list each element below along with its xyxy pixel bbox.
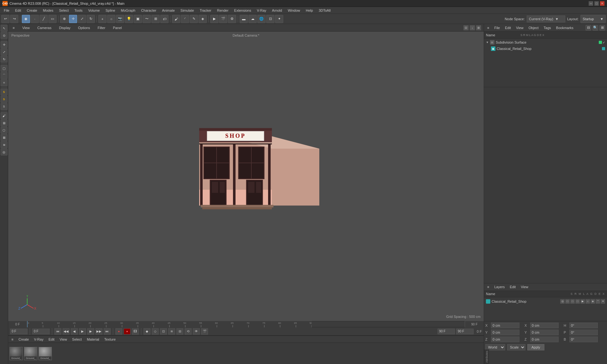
coord-x-pos[interactable] (491, 323, 519, 328)
current-frame-input[interactable] (10, 329, 28, 334)
prev-frame-btn[interactable]: ◀ (71, 328, 78, 335)
om-row-subdiv-arrow[interactable]: ▼ (486, 41, 489, 44)
sidebar-polygon-tool[interactable]: ▢ (1, 65, 8, 72)
sidebar-s1-tool[interactable]: S (1, 88, 8, 95)
vp-menu-view[interactable]: View (20, 25, 32, 30)
layer-icon-gen[interactable]: ◈ (591, 299, 595, 304)
layer-row-shop[interactable]: Classical_Retail_Shop ◎ □ □ □ ▶ ○ ◈ ⌃ ✦ (485, 298, 606, 305)
bp-btn[interactable]: ✎ (190, 15, 198, 23)
tag-btn[interactable]: 🏷 (160, 15, 169, 23)
sidebar-hex-tool[interactable]: ⬡ (1, 127, 8, 134)
layer-icon-deform[interactable]: ⌃ (596, 299, 600, 304)
vp-layout-btn[interactable]: ⊞ (476, 25, 481, 30)
menu-window[interactable]: Window (285, 8, 303, 13)
undo-btn[interactable]: ↩ (1, 15, 9, 23)
menu-modes[interactable]: Modes (40, 8, 56, 13)
layer-icon-play[interactable]: ▶ (580, 299, 585, 304)
effector-btn[interactable]: ⊞ (151, 15, 160, 23)
menu-arnold[interactable]: Arnold (269, 8, 285, 13)
vp-menu-options[interactable]: Options (76, 25, 92, 30)
timeline-sel-btn[interactable]: ⊡ (160, 328, 167, 335)
mode-edge-btn[interactable]: ╱ (40, 15, 48, 23)
vp-menu-icon[interactable]: ≡ (11, 25, 16, 30)
sculpt-btn[interactable]: ◜ (181, 15, 189, 23)
coord-z-pos[interactable] (491, 337, 519, 342)
menu-edit[interactable]: Edit (13, 8, 24, 13)
end-frame2-input[interactable] (456, 329, 474, 334)
menu-character[interactable]: Character (138, 8, 159, 13)
layers-content[interactable]: Classical_Retail_Shop ◎ □ □ □ ▶ ○ ◈ ⌃ ✦ (484, 297, 607, 321)
maximize-btn[interactable]: □ (594, 1, 599, 6)
coord-hpb-p[interactable] (530, 330, 559, 335)
mode-pts-btn[interactable]: · (31, 15, 39, 23)
mat-menu-view[interactable]: View (58, 337, 68, 342)
menu-spline[interactable]: Spline (103, 8, 118, 13)
render-btn[interactable]: 🎬 (219, 15, 227, 23)
layer-icon-exp[interactable]: ✦ (601, 299, 605, 304)
menu-animate[interactable]: Animate (159, 8, 177, 13)
close-btn[interactable]: ✕ (600, 1, 604, 6)
timeline-ruler-track[interactable]: // rendered inline 0 5 10 15 20 (27, 321, 465, 327)
vp-menu-filter[interactable]: Filter (96, 25, 107, 30)
viewport[interactable]: Perspective Default Camera:* (8, 32, 484, 321)
menu-mograph[interactable]: MoGraph (118, 8, 138, 13)
om-row-subdiv[interactable]: ▼ ⊞ Subdivision Surface ✓ (485, 39, 606, 46)
mat-menu-texture[interactable]: Texture (103, 337, 117, 342)
env-btn[interactable]: 🌐 (257, 15, 266, 23)
om-menu-file[interactable]: File (493, 25, 501, 30)
om-menu-tags[interactable]: Tags (543, 25, 552, 30)
menu-vray[interactable]: V-Ray (254, 8, 269, 13)
om-menu-bookmarks[interactable]: Bookmarks (555, 25, 575, 30)
frame-rate-input[interactable] (32, 329, 50, 334)
sidebar-live-select-tool[interactable]: ⊙ (1, 32, 8, 39)
paint-btn[interactable]: 🖌 (172, 15, 180, 23)
sidebar-ring-tool[interactable]: ◎ (1, 149, 8, 155)
timeline-loop-btn[interactable]: ⟲ (185, 328, 192, 335)
mat-menu-edit[interactable]: Edit (47, 337, 56, 342)
snap-btn[interactable]: ⊡ (266, 15, 274, 23)
skip-to-start-btn[interactable]: ⏮ (54, 328, 61, 335)
sidebar-param-tool[interactable]: ≋ (1, 141, 8, 148)
coord-b-val[interactable] (569, 337, 598, 342)
vp-render-btn[interactable]: ↓ (470, 25, 475, 30)
layer-icon-manager[interactable]: □ (570, 299, 575, 304)
end-frame-input[interactable] (438, 329, 455, 334)
sidebar-scale-tool[interactable]: ⤢ (1, 48, 8, 55)
keyframe-add-btn[interactable]: ◆ (144, 328, 150, 335)
vp-fullscreen-btn[interactable]: ⊡ (463, 25, 469, 30)
mat-menu-create[interactable]: Create (17, 337, 30, 342)
layers-menu-layers[interactable]: Layers (493, 284, 506, 289)
cam-btn[interactable]: 📷 (116, 15, 124, 23)
om-menu-object[interactable]: Object (527, 25, 540, 30)
primitive-btn[interactable]: ▣ (134, 15, 142, 23)
material-item-2[interactable]: Ground_ (24, 347, 37, 360)
deformer-btn[interactable]: 〜 (143, 15, 151, 23)
keyframe-del-btn[interactable]: ◇ (152, 328, 159, 335)
attributes-tab[interactable]: Attributes (485, 351, 488, 363)
coord-scale-dropdown[interactable]: Scale Size (507, 344, 525, 350)
object-manager-content[interactable]: ▼ ⊞ Subdivision Surface ✓ ▣ Classical_Re… (484, 39, 607, 87)
record-btn[interactable]: ● (115, 328, 122, 335)
om-row-shop[interactable]: ▣ Classical_Retail_Shop (490, 46, 606, 52)
scale-btn[interactable]: ⤢ (78, 15, 86, 23)
mat-menu-select[interactable]: Select (71, 337, 83, 342)
coord-y-pos[interactable] (491, 330, 519, 335)
layer-icon-eye[interactable]: ◎ (560, 299, 565, 304)
material-item-1[interactable]: Ground_ (9, 347, 23, 360)
mat-menu-icon[interactable]: ≡ (10, 337, 15, 342)
sidebar-pointer-tool[interactable]: ↖ (1, 25, 8, 32)
om-menu-icon[interactable]: ≡ (486, 25, 490, 30)
om-search-btn[interactable]: 🔍 (592, 25, 598, 31)
coord-h-val[interactable] (569, 323, 598, 328)
minimize-btn[interactable]: ─ (589, 1, 593, 6)
coord-apply-btn[interactable]: Apply (527, 344, 544, 350)
menu-volume[interactable]: Volume (86, 8, 102, 13)
layers-menu-icon[interactable]: ≡ (486, 284, 490, 289)
vp-menu-panel[interactable]: Panel (111, 25, 124, 30)
menu-extensions[interactable]: Extensions (232, 8, 254, 13)
menu-create[interactable]: Create (24, 8, 40, 13)
vp-menu-cameras[interactable]: Cameras (35, 25, 53, 30)
coord-hpb-h[interactable] (530, 323, 559, 328)
timeline-mode-btn[interactable]: ≋ (168, 328, 175, 335)
add-obj-btn[interactable]: + (98, 15, 107, 23)
